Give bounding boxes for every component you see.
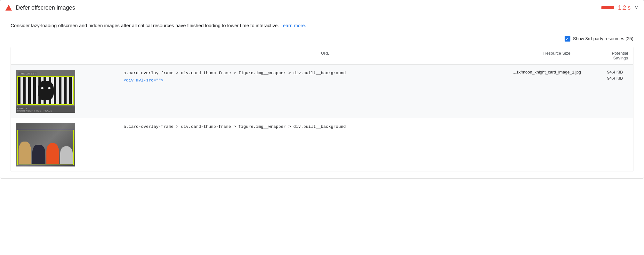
mk-eyes (41, 87, 51, 89)
t2-fig-3 (46, 143, 59, 164)
t2-fig-2 (32, 145, 45, 164)
thumbnail-image-area-1 (17, 76, 74, 105)
potential-savings-label: PotentialSavings (612, 51, 628, 60)
audit-panel: Defer offscreen images 1.2 s ∧ Consider … (0, 0, 644, 179)
results-table: URL Resource Size PotentialSavings THE L… (11, 47, 633, 172)
learn-more-link[interactable]: Learn more. (280, 23, 306, 28)
thumbnail-caption-1: COMICSMoon Knight Must-Reads (16, 106, 75, 113)
checkbox-check-icon: ✓ (566, 37, 569, 41)
url-cell-1: a.card-overlay-frame > div.card-thumb-fr… (118, 70, 513, 83)
resource-size-cell-1: 94.4 KiB 94.4 KiB (570, 70, 628, 81)
t2-figures (19, 138, 73, 164)
mk-eye-right (48, 87, 51, 89)
table-row: THE LATEST (11, 65, 633, 118)
score-value: 1.2 s (618, 4, 631, 11)
potential-savings-header-cell: PotentialSavings (570, 51, 628, 60)
mk-face (38, 81, 54, 100)
url-header-cell: URL (118, 51, 513, 60)
resource-url-cell-1: ...1x/moon_knight_card_image_1.jpg (513, 70, 570, 74)
resource-size-header-cell: Resource Size (513, 51, 570, 60)
table-header: URL Resource Size PotentialSavings (11, 47, 633, 65)
thumbnail-1-content: THE LATEST (16, 70, 75, 113)
audit-description: Consider lazy-loading offscreen and hidd… (11, 22, 633, 29)
chevron-icon[interactable]: ∧ (634, 4, 639, 11)
thumbnail-cell-1: THE LATEST (16, 70, 118, 113)
header-left: Defer offscreen images (5, 4, 75, 11)
audit-body: Consider lazy-loading offscreen and hidd… (0, 15, 644, 178)
description-text: Consider lazy-loading offscreen and hidd… (11, 23, 279, 28)
third-party-label: Show 3rd-party resources (25) (573, 36, 633, 41)
third-party-row: ✓ Show 3rd-party resources (25) (11, 36, 633, 42)
audit-header[interactable]: Defer offscreen images 1.2 s ∧ (0, 0, 644, 15)
header-right: 1.2 s ∧ (601, 4, 639, 11)
div-src-1: <div mvl-src=""> (124, 78, 508, 83)
potential-savings-value-1: 94.4 KiB (570, 76, 623, 81)
thumbnail-badge-1: THE LATEST (18, 72, 37, 76)
thumbnail-2-image (16, 123, 75, 166)
mk-stripes (18, 77, 73, 104)
thumbnail-header-cell (16, 51, 118, 60)
table-row-2: a.card-overlay-frame > div.card-thumb-fr… (11, 118, 633, 172)
thumbnail-1: THE LATEST (16, 70, 75, 113)
t2-fig-1 (19, 142, 31, 164)
t2-fig-4 (60, 146, 73, 164)
score-bar (601, 6, 614, 9)
third-party-checkbox[interactable]: ✓ (565, 36, 570, 42)
selector-text-2: a.card-overlay-frame > div.card-thumb-fr… (124, 123, 508, 130)
url-cell-2: a.card-overlay-frame > div.card-thumb-fr… (118, 123, 513, 130)
mk-eye-left (41, 87, 44, 89)
thumbnail-cell-2 (16, 123, 118, 166)
audit-title: Defer offscreen images (16, 4, 75, 11)
warning-icon (5, 5, 12, 11)
selector-text-1: a.card-overlay-frame > div.card-thumb-fr… (124, 70, 508, 77)
third-party-checkbox-container[interactable]: ✓ Show 3rd-party resources (25) (565, 36, 633, 42)
resource-size-value-1: 94.4 KiB (570, 70, 623, 74)
thumbnail-2 (16, 123, 75, 166)
